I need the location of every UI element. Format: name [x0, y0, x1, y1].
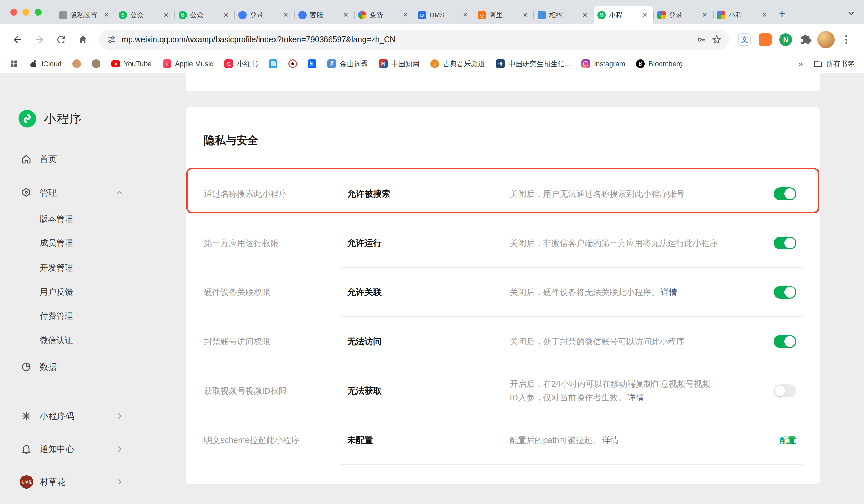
sidebar-item-data[interactable]: 数据	[0, 358, 179, 375]
toggle-video-id[interactable]	[774, 384, 796, 397]
site-settings-icon[interactable]	[106, 35, 117, 45]
browser-tab[interactable]: 小程	[713, 6, 773, 24]
orange-extension-icon[interactable]	[756, 30, 775, 49]
browser-tab[interactable]: 登录	[653, 6, 713, 24]
bookmark-item[interactable]	[72, 60, 81, 68]
tab-favicon-icon	[59, 11, 67, 19]
bookmark-item[interactable]: Bloomberg	[636, 60, 683, 68]
tab-title: DMS	[430, 11, 457, 19]
green-n-extension-icon[interactable]	[776, 30, 795, 49]
bookmark-item[interactable]	[92, 60, 100, 68]
bookmark-item[interactable]: 中国研究生招生信...	[496, 59, 571, 69]
bookmark-item[interactable]: 金山词霸	[327, 59, 368, 69]
forward-button[interactable]	[29, 30, 49, 50]
back-button[interactable]	[8, 30, 27, 50]
bookmarks-overflow-chevron[interactable]: »	[799, 59, 803, 69]
sidebar-item-user-feedback[interactable]: 用户反馈	[0, 284, 179, 300]
sidebar-item-version-manage[interactable]: 版本管理	[0, 211, 179, 226]
chevron-right-icon	[115, 444, 124, 454]
tab-close-icon[interactable]	[520, 10, 530, 20]
tab-favicon-icon	[717, 11, 725, 19]
sidebar-item-notifications[interactable]: 通知中心	[0, 441, 179, 457]
bookmark-item[interactable]: YouTube	[111, 60, 151, 68]
translate-extension-icon[interactable]	[735, 30, 754, 49]
tab-close-icon[interactable]	[341, 10, 350, 20]
profile-avatar[interactable]	[817, 31, 835, 48]
setting-desc: 关闭后，硬件设备将无法关联此小程序。	[510, 287, 660, 297]
password-key-icon[interactable]	[696, 35, 707, 45]
tab-close-icon[interactable]	[281, 10, 290, 20]
tab-close-icon[interactable]	[460, 10, 470, 20]
tab-search-chevron-icon[interactable]	[845, 7, 857, 20]
detail-link[interactable]: 详情	[602, 435, 619, 445]
configure-button[interactable]: 配置	[780, 434, 796, 446]
browser-tab[interactable]: 相约	[534, 6, 593, 24]
bookmark-label: 金山词霸	[340, 59, 368, 69]
browser-tab[interactable]: 公众	[115, 6, 175, 24]
home-button[interactable]	[73, 30, 93, 50]
tab-close-icon[interactable]	[700, 10, 709, 20]
window-close-icon[interactable]	[10, 9, 17, 16]
tab-close-icon[interactable]	[221, 10, 231, 20]
sidebar-item-qrcode[interactable]: 小程序码	[0, 408, 179, 425]
bookmark-item[interactable]: 古典音乐频道	[430, 59, 485, 69]
browser-tab[interactable]: DMS	[414, 6, 474, 24]
toggle-banned-access[interactable]	[774, 335, 796, 348]
new-tab-button[interactable]: +	[773, 5, 791, 23]
detail-link[interactable]: 详情	[627, 393, 644, 402]
tab-close-icon[interactable]	[401, 10, 410, 20]
sidebar-item-account[interactable]: 村草花 村草花	[0, 474, 179, 490]
sidebar-item-member-manage[interactable]: 成员管理	[0, 235, 179, 250]
bookmark-item[interactable]	[308, 60, 316, 68]
bookmark-item[interactable]	[288, 60, 297, 68]
browser-tab[interactable]: 隐私设置	[55, 6, 115, 24]
tab-close-icon[interactable]	[760, 10, 769, 20]
bookmark-item[interactable]	[269, 60, 277, 68]
tab-close-icon[interactable]	[101, 10, 111, 20]
bookmark-favicon-icon	[581, 60, 590, 68]
miniprogram-logo-icon	[17, 109, 37, 128]
browser-tab[interactable]: 登录	[235, 6, 295, 24]
sidebar-item-dev-manage[interactable]: 开发管理	[0, 260, 179, 275]
bookmark-star-icon[interactable]	[712, 35, 722, 45]
brand[interactable]: 小程序	[17, 109, 82, 128]
sidebar-item-payment-manage[interactable]: 付费管理	[0, 308, 179, 324]
tab-close-icon[interactable]	[161, 10, 171, 20]
bookmark-item[interactable]: 小红书	[224, 59, 258, 69]
tab-title: 隐私设置	[70, 11, 98, 20]
account-avatar: 村草花	[20, 475, 33, 489]
toggle-search-by-name[interactable]	[774, 187, 796, 200]
browser-tab[interactable]: 公众	[175, 6, 235, 24]
tab-favicon-icon	[179, 11, 187, 19]
sidebar-item-home[interactable]: 首页	[0, 151, 179, 168]
bookmark-item[interactable]: Instagram	[581, 60, 625, 68]
browser-tab[interactable]: 小程	[593, 6, 653, 24]
setting-label: 硬件设备关联权限	[204, 287, 347, 298]
bookmark-item[interactable]: 中国知网	[379, 59, 420, 69]
tab-title: 登录	[669, 11, 697, 20]
browser-tab[interactable]: 免费	[354, 6, 414, 24]
extensions-puzzle-icon[interactable]	[797, 30, 815, 49]
bookmark-favicon-icon	[327, 60, 336, 68]
browser-tab[interactable]: 阿里	[474, 6, 534, 24]
browser-menu-kebab-icon[interactable]	[837, 30, 856, 50]
bookmark-item[interactable]: iCloud	[29, 60, 61, 68]
sidebar: 小程序 首页 管理 版本管理 成员管理 开发管理 用户反馈 付费管理 微信认证 …	[0, 73, 179, 504]
toggle-hardware-link[interactable]	[774, 286, 796, 299]
toggle-third-party-run[interactable]	[774, 237, 796, 249]
all-bookmarks-folder[interactable]: 所有书签	[814, 59, 854, 69]
toggle-knob	[784, 237, 795, 248]
bookmarks-apps-grid-icon[interactable]	[10, 60, 18, 68]
detail-link[interactable]: 详情	[661, 287, 677, 297]
tab-close-icon[interactable]	[580, 10, 590, 20]
tab-close-icon[interactable]	[640, 10, 650, 20]
browser-tab[interactable]: 客服	[295, 6, 354, 24]
sidebar-item-wechat-verify[interactable]: 微信认证	[0, 333, 179, 348]
setting-label: 获取视频号视频ID权限	[204, 385, 347, 396]
window-minimize-icon[interactable]	[22, 9, 29, 16]
bookmark-item[interactable]: Apple Music	[163, 60, 214, 68]
window-zoom-icon[interactable]	[35, 9, 41, 16]
sidebar-item-manage[interactable]: 管理	[0, 185, 179, 201]
address-bar[interactable]: mp.weixin.qq.com/wxamp/basicprofile/inde…	[99, 30, 729, 50]
reload-button[interactable]	[51, 30, 71, 50]
